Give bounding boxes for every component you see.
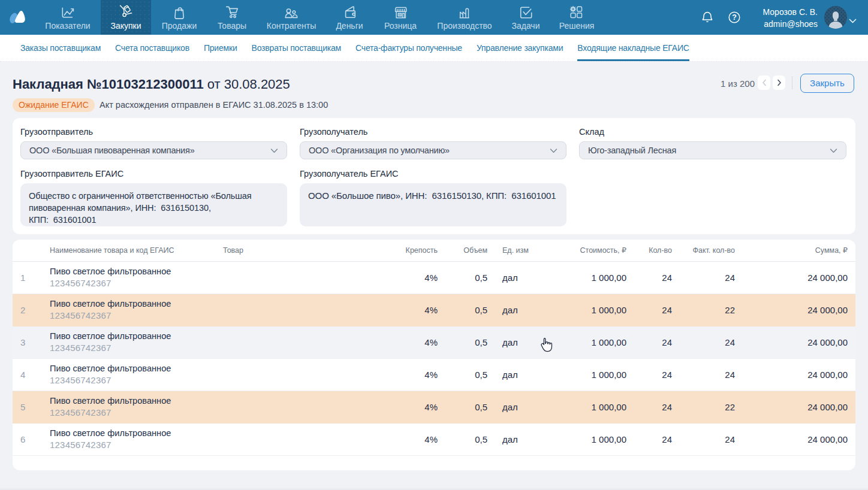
svg-text:?: ? [732, 13, 737, 22]
